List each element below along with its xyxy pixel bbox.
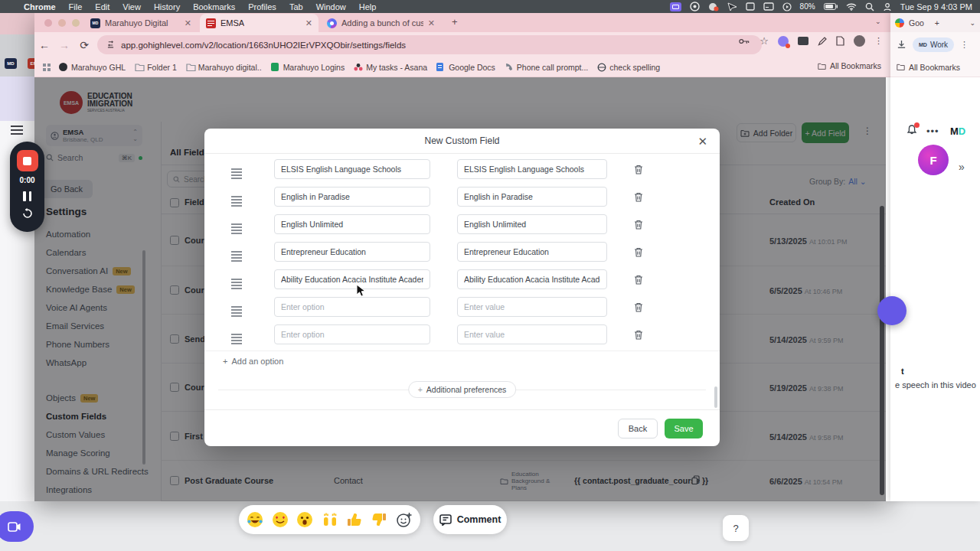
menu-item-history[interactable]: History xyxy=(154,2,180,11)
back-icon[interactable]: ← xyxy=(34,39,54,51)
thumbs-down-reaction-icon[interactable] xyxy=(371,511,387,528)
delete-row-icon[interactable] xyxy=(634,246,643,260)
value-input[interactable] xyxy=(457,159,607,179)
card-icon[interactable] xyxy=(763,0,774,13)
battery-percent-text[interactable]: 80% xyxy=(800,0,815,13)
menu-item-window[interactable]: Window xyxy=(316,2,346,11)
extension-page-icon[interactable] xyxy=(836,36,844,46)
bg-tab-label[interactable]: Goo xyxy=(909,18,924,28)
add-reaction-reaction-icon[interactable] xyxy=(396,511,413,528)
tab-search-chevron-icon[interactable]: ⌄ xyxy=(875,18,881,25)
menu-item-file[interactable]: File xyxy=(69,2,83,11)
pause-recording-button[interactable] xyxy=(23,191,31,201)
tab-close-icon[interactable]: ✕ xyxy=(305,18,312,28)
bookmark-marahuyo-logins[interactable]: Marahuyo Logins xyxy=(266,61,350,73)
traffic-light-zoom[interactable] xyxy=(72,19,80,27)
bg-menu-icon[interactable]: ⋮ xyxy=(960,40,969,50)
browser-tab-2[interactable]: EMSA✕ xyxy=(200,14,318,32)
drag-handle-icon[interactable] xyxy=(231,223,242,232)
bg-new-tab-button[interactable]: + xyxy=(935,18,939,28)
menu-bar-clock[interactable]: Tue Sep 9 4:03 PM xyxy=(900,0,972,13)
value-input[interactable] xyxy=(457,269,607,289)
menu-item-help[interactable]: Help xyxy=(359,2,377,11)
url-text[interactable]: app.gohighlevel.com/v2/location/1663nUHO… xyxy=(121,41,406,50)
delete-row-icon[interactable] xyxy=(634,302,643,315)
profile-avatar[interactable] xyxy=(854,35,865,47)
profile-chip[interactable]: MD Work xyxy=(913,37,954,52)
playback-icon[interactable] xyxy=(782,0,792,13)
extension-recorder-icon[interactable] xyxy=(778,36,789,47)
astonished-reaction-icon[interactable] xyxy=(296,511,313,528)
background-bookmark-md[interactable]: MD xyxy=(5,58,17,69)
delete-row-icon[interactable] xyxy=(634,329,643,343)
extension-keyboard-icon[interactable] xyxy=(798,37,808,45)
user-avatar[interactable]: F xyxy=(918,145,949,175)
bookmark-folder-1[interactable]: Folder 1 xyxy=(130,61,181,73)
option-input[interactable] xyxy=(274,159,430,179)
back-button[interactable]: Back xyxy=(618,419,658,439)
drag-handle-icon[interactable] xyxy=(231,251,242,259)
stop-recording-button[interactable] xyxy=(17,150,38,171)
more-options-icon[interactable]: ••• xyxy=(926,126,939,137)
extension-pen-icon[interactable] xyxy=(818,37,827,46)
delete-row-icon[interactable] xyxy=(634,191,643,205)
value-input[interactable] xyxy=(457,324,607,344)
camera-app-icon[interactable] xyxy=(690,0,700,13)
close-icon[interactable]: ✕ xyxy=(697,135,707,148)
option-input[interactable] xyxy=(274,297,430,317)
reload-icon[interactable]: ⟳ xyxy=(74,39,94,51)
menu-item-tab[interactable]: Tab xyxy=(289,2,303,11)
drag-handle-icon[interactable] xyxy=(231,306,242,315)
option-input[interactable] xyxy=(274,269,430,289)
all-bookmarks-button[interactable]: All Bookmarks xyxy=(818,61,881,70)
delete-row-icon[interactable] xyxy=(634,164,643,178)
value-input[interactable] xyxy=(457,297,607,317)
new-tab-button[interactable]: + xyxy=(452,16,458,28)
drag-handle-icon[interactable] xyxy=(231,168,242,177)
joy-reaction-icon[interactable] xyxy=(247,511,263,528)
traffic-light-minimize[interactable] xyxy=(58,19,66,27)
drag-handle-icon[interactable] xyxy=(231,334,242,342)
restart-recording-icon[interactable] xyxy=(21,207,34,220)
tab-close-icon[interactable]: ✕ xyxy=(428,18,435,28)
thumbs-up-reaction-icon[interactable] xyxy=(346,511,363,528)
modal-scrollbar[interactable] xyxy=(714,386,717,408)
browser-menu-icon[interactable]: ⋮ xyxy=(874,36,883,46)
password-key-icon[interactable] xyxy=(739,37,750,45)
bg-tab-chevron-icon[interactable]: ⌄ xyxy=(969,19,975,27)
menu-item-chrome[interactable]: Chrome xyxy=(24,2,56,11)
value-input[interactable] xyxy=(457,214,607,234)
camera-bubble-button[interactable] xyxy=(0,511,34,542)
screen-recording-icon[interactable] xyxy=(670,0,681,13)
value-input[interactable] xyxy=(457,242,607,262)
save-button[interactable]: Save xyxy=(665,419,703,439)
recorder-menu-icon[interactable] xyxy=(11,126,23,135)
cursor-app-icon[interactable] xyxy=(727,0,737,13)
apps-grid-icon[interactable] xyxy=(42,63,51,72)
browser-tab-3[interactable]: Adding a bunch of custom fi✕ xyxy=(321,14,441,32)
bookmark-marahuyo-digital[interactable]: Marahuyo digital.. xyxy=(181,61,266,73)
site-connection-icon[interactable] xyxy=(106,41,115,49)
bookmark-my-tasks-asana[interactable]: My tasks - Asana xyxy=(349,61,432,73)
collapse-panel-icon[interactable]: » xyxy=(959,161,965,173)
value-input[interactable] xyxy=(457,187,607,207)
menu-item-profiles[interactable]: Profiles xyxy=(248,2,276,11)
wifi-icon[interactable] xyxy=(846,0,857,13)
bookmark-phone-call-prompt[interactable]: Phone call prompt... xyxy=(500,61,593,73)
meet-recording-icon[interactable] xyxy=(708,0,719,13)
url-bar[interactable]: app.gohighlevel.com/v2/location/1663nUHO… xyxy=(97,35,762,54)
option-input[interactable] xyxy=(274,187,430,207)
bookmark-google-docs[interactable]: Google Docs xyxy=(432,61,500,73)
bookmark-check-spelling[interactable]: check spelling xyxy=(593,61,665,73)
drag-handle-icon[interactable] xyxy=(231,279,242,287)
help-button[interactable]: ? xyxy=(723,515,749,541)
battery-icon[interactable] xyxy=(824,0,838,13)
comment-button[interactable]: Comment xyxy=(433,505,507,534)
notification-bell-icon[interactable] xyxy=(906,124,918,139)
control-center-icon[interactable] xyxy=(883,0,892,13)
menu-item-bookmarks[interactable]: Bookmarks xyxy=(193,2,235,11)
heart-eyes-reaction-icon[interactable] xyxy=(272,511,289,528)
bookmark-star-icon[interactable]: ☆ xyxy=(760,37,769,45)
forward-icon[interactable]: → xyxy=(54,39,74,51)
additional-preferences-button[interactable]: + Additional preferences xyxy=(408,381,517,398)
